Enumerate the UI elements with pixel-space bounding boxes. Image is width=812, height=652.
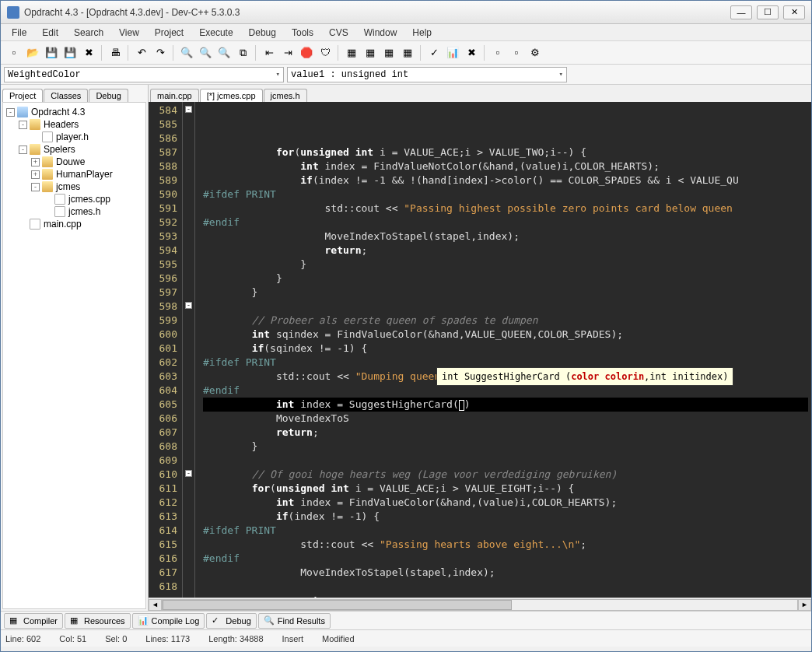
code-area[interactable]: int SuggestHigherCard (color colorin,int… [195, 102, 811, 598]
menu-search[interactable]: Search [66, 26, 111, 40]
print-icon[interactable]: 🖶 [107, 44, 124, 61]
addfile-icon[interactable]: ▫ [508, 44, 525, 61]
redo-icon[interactable]: ↷ [152, 44, 169, 61]
bottab-find-results[interactable]: 🔍Find Results [258, 613, 331, 629]
fold-column[interactable]: --- [183, 102, 195, 598]
close-button[interactable]: ✕ [783, 5, 805, 19]
bottab-compiler[interactable]: ▦Compiler [4, 613, 63, 629]
code-line[interactable]: return; [203, 244, 808, 258]
compilerun-icon[interactable]: ▦ [380, 44, 397, 61]
goto-icon[interactable]: ⧉ [234, 44, 251, 61]
rebuild-icon[interactable]: ▦ [399, 44, 416, 61]
bottab-debug[interactable]: ✓Debug [206, 613, 256, 629]
code-line[interactable]: // Probeer als eerste queen of spades te… [203, 314, 808, 328]
tree-item[interactable]: jcmes.h [6, 205, 142, 218]
menu-edit[interactable]: Edit [34, 26, 66, 40]
bottab-compile-log[interactable]: 📊Compile Log [132, 613, 205, 629]
code-line[interactable]: if(index != -1) { [203, 510, 808, 524]
tree-item[interactable]: -jcmes [6, 181, 142, 193]
code-line[interactable]: int sqindex = FindValueColor(&hand,VALUE… [203, 328, 808, 342]
next-icon[interactable]: ⇥ [279, 44, 296, 61]
menu-help[interactable]: Help [404, 26, 439, 40]
projoptions-icon[interactable]: ⚙ [527, 44, 544, 61]
code-line[interactable]: } [203, 286, 808, 300]
close-file-icon[interactable]: ✖ [80, 44, 97, 61]
code-line[interactable]: int index = FindValueNotColor(&hand,(val… [203, 159, 808, 174]
tree-item[interactable]: +Douwe [6, 156, 142, 168]
break-icon[interactable]: 🛑 [298, 44, 315, 61]
project-tree[interactable]: -Opdracht 4.3-Headersplayer.h-Spelers+Do… [2, 102, 146, 609]
code-line[interactable]: if(sqindex != -1) { [203, 342, 808, 356]
code-line[interactable]: return; [203, 426, 808, 440]
saveall-icon[interactable]: 💾 [61, 44, 79, 61]
tree-item[interactable]: jcmes.cpp [6, 193, 142, 205]
code-line[interactable]: int index = FindValueColor(&hand,(value)… [203, 496, 808, 510]
code-line[interactable]: std::cout << "Passing highest possible z… [203, 202, 808, 216]
undo-icon[interactable]: ↶ [133, 44, 150, 61]
prev-icon[interactable]: ⇤ [261, 44, 278, 61]
code-line[interactable] [203, 454, 808, 468]
newproj-icon[interactable]: ▫ [489, 44, 506, 61]
minimize-button[interactable]: — [730, 5, 752, 19]
debug-stop-icon[interactable]: ✖ [463, 44, 480, 61]
editor-tab[interactable]: main.cpp [150, 89, 199, 102]
code-line[interactable]: MoveIndexToS [203, 412, 808, 426]
debug-start-icon[interactable]: ✓ [425, 44, 443, 61]
tree-item[interactable]: -Spelers [6, 143, 142, 156]
menu-cvs[interactable]: CVS [321, 26, 356, 40]
tree-item[interactable]: player.h [6, 131, 142, 143]
code-line[interactable]: MoveIndexToStapel(stapel,index); [203, 566, 808, 580]
code-line[interactable]: #endif [203, 216, 808, 230]
findinfiles-icon[interactable]: 🔍 [215, 44, 233, 61]
menu-execute[interactable]: Execute [191, 26, 240, 40]
editor-tab[interactable]: jcmes.h [264, 89, 307, 102]
run-icon[interactable]: ▦ [362, 44, 379, 61]
code-line[interactable]: return; [203, 594, 808, 598]
code-line[interactable] [203, 580, 808, 594]
bottab-resources[interactable]: ▦Resources [65, 613, 131, 629]
menu-view[interactable]: View [111, 26, 147, 40]
code-line[interactable]: #ifdef PRINT [203, 524, 808, 538]
code-line[interactable]: // Of gooi hoge hearts weg (Lage voor ve… [203, 468, 808, 482]
sidetab-project[interactable]: Project [2, 89, 43, 102]
new-icon[interactable]: ▫ [5, 44, 23, 61]
sidetab-debug[interactable]: Debug [89, 89, 128, 102]
code-line[interactable]: int index = SuggestHigherCard() [203, 398, 808, 412]
tree-item[interactable]: -Headers [6, 118, 142, 131]
code-line[interactable]: if(index != -1 && !(hand[index]->color()… [203, 174, 808, 188]
member-combo[interactable]: value1 : unsigned int [287, 67, 567, 82]
shield-icon[interactable]: 🛡 [317, 44, 334, 61]
code-line[interactable]: for(unsigned int i = VALUE_ACE;i > VALUE… [203, 482, 808, 496]
code-line[interactable]: #ifdef PRINT [203, 188, 808, 202]
menubar: FileEditSearchViewProjectExecuteDebugToo… [1, 24, 811, 41]
editor-tab[interactable]: [*] jcmes.cpp [200, 89, 263, 102]
code-line[interactable]: } [203, 440, 808, 454]
open-icon[interactable]: 📂 [24, 44, 41, 61]
code-line[interactable] [203, 300, 808, 314]
class-combo[interactable]: WeightedColor [4, 67, 284, 82]
find-icon[interactable]: 🔍 [178, 44, 195, 61]
code-line[interactable]: for(unsigned int i = VALUE_ACE;i > VALUE… [203, 145, 808, 159]
code-line[interactable]: #endif [203, 552, 808, 566]
profile-icon[interactable]: 📊 [444, 44, 461, 61]
tree-item[interactable]: main.cpp [6, 218, 142, 230]
code-line[interactable]: } [203, 258, 808, 272]
menu-debug[interactable]: Debug [241, 26, 284, 40]
menu-file[interactable]: File [4, 26, 34, 40]
menu-project[interactable]: Project [147, 26, 191, 40]
code-line[interactable]: MoveIndexToStapel(stapel,index); [203, 230, 808, 244]
maximize-button[interactable]: ☐ [757, 5, 779, 19]
compile-icon[interactable]: ▦ [343, 44, 360, 61]
sidetab-classes[interactable]: Classes [44, 89, 88, 102]
code-editor[interactable]: 584 585 586 587 588 589 590 591 592 593 … [149, 102, 811, 598]
tree-item[interactable]: +HumanPlayer [6, 168, 142, 181]
hscrollbar[interactable]: ◄► [149, 598, 811, 611]
save-icon[interactable]: 💾 [43, 44, 60, 61]
tree-item[interactable]: -Opdracht 4.3 [6, 106, 142, 118]
menu-tools[interactable]: Tools [284, 26, 321, 40]
code-line[interactable]: } [203, 272, 808, 286]
menu-window[interactable]: Window [356, 26, 405, 40]
code-line[interactable]: std::cout << "Passing hearts above eight… [203, 538, 808, 552]
statusbar: Line: 602 Col: 51 Sel: 0 Lines: 1173 Len… [1, 629, 811, 647]
replace-icon[interactable]: 🔍 [197, 44, 214, 61]
